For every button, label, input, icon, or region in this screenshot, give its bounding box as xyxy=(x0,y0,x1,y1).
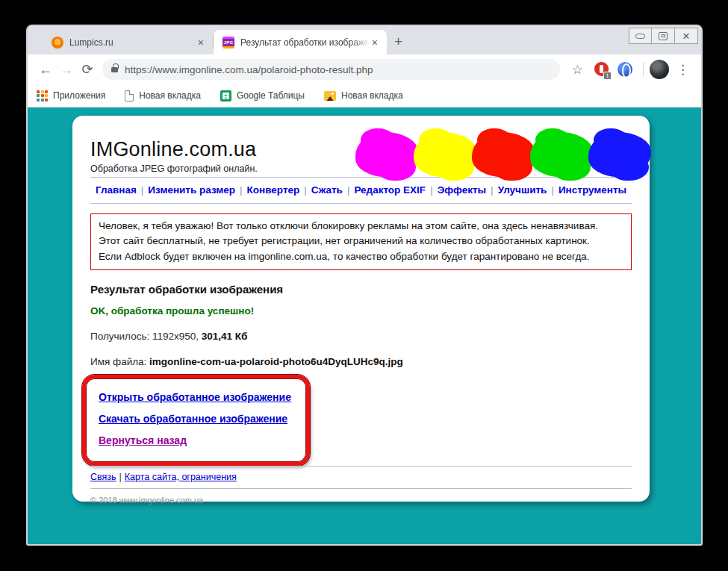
apps-grid-icon xyxy=(37,90,48,102)
nav-home[interactable]: Главная xyxy=(96,184,137,196)
site-branding: IMGonline.com.ua Обработка JPEG фотограф… xyxy=(90,129,258,174)
color-blobs xyxy=(360,132,651,177)
https-lock-icon xyxy=(111,67,118,72)
address-bar[interactable]: https://www.imgonline.com.ua/polaroid-ph… xyxy=(102,59,560,80)
sheets-icon xyxy=(220,90,231,102)
site-title: IMGonline.com.ua xyxy=(90,138,258,161)
minimize-icon xyxy=(635,34,645,39)
extension-adblock-button[interactable]: 1 xyxy=(593,61,609,78)
bookmark-label: Новая вкладка xyxy=(139,90,201,101)
blob-red xyxy=(472,132,535,177)
go-back-link[interactable]: Вернуться назад xyxy=(99,434,291,446)
maximize-icon xyxy=(659,32,668,40)
page-icon xyxy=(125,90,134,102)
image-icon xyxy=(324,91,336,101)
notice-line: Если Adblock будет включен на imgonline.… xyxy=(99,249,623,264)
toolbar: ← → ⟳ https://www.imgonline.com.ua/polar… xyxy=(28,54,701,84)
download-image-link[interactable]: Скачать обработанное изображение xyxy=(99,413,291,425)
tab-close-icon[interactable]: × xyxy=(196,37,205,49)
close-button[interactable]: ✕ xyxy=(675,28,698,44)
reload-button[interactable]: ⟳ xyxy=(77,59,98,80)
divider xyxy=(90,466,632,467)
filename-value: imgonline-com-ua-polaroid-photo6u4DyqLUH… xyxy=(149,356,403,367)
nav-tools[interactable]: Инструменты xyxy=(559,184,626,196)
bookmark-new-tab-1[interactable]: Новая вкладка xyxy=(125,90,201,102)
status-message: OK, обработка прошла успешно! xyxy=(90,305,632,316)
extension-badge: 1 xyxy=(603,72,612,80)
new-tab-button[interactable]: + xyxy=(387,34,411,54)
blob-green xyxy=(530,132,593,177)
profile-avatar[interactable] xyxy=(650,60,669,79)
copyright-text: © 2018 www.imgonline.com.ua xyxy=(90,496,632,505)
size-label: Получилось: 1192x950, xyxy=(90,331,199,342)
tab-title: Результат обработки изображе xyxy=(240,37,370,48)
page-viewport: IMGonline.com.ua Обработка JPEG фотограф… xyxy=(28,107,701,544)
divider xyxy=(90,203,632,204)
content-card: IMGonline.com.ua Обработка JPEG фотограф… xyxy=(72,116,650,502)
bookmark-label: Новая вкладка xyxy=(341,90,403,101)
adblock-notice: Человек, я тебя уважаю! Вот только отклю… xyxy=(90,213,632,270)
tab-imgonline-result[interactable]: JPG Результат обработки изображе × xyxy=(214,30,387,54)
tab-lumpics[interactable]: Lumpics.ru × xyxy=(43,30,213,54)
tabs: Lumpics.ru × JPG Результат обработки изо… xyxy=(28,26,701,54)
result-size-line: Получилось: 1192x950, 301,41 Кб xyxy=(90,331,632,342)
nav-improve[interactable]: Улучшить xyxy=(498,184,547,196)
lumpics-favicon-icon xyxy=(52,37,63,49)
notice-line: Человек, я тебя уважаю! Вот только отклю… xyxy=(99,219,623,234)
bookmark-label: Google Таблицы xyxy=(237,90,305,101)
window-controls: ✕ xyxy=(629,28,698,44)
bookmark-new-tab-2[interactable]: Новая вкладка xyxy=(324,90,403,101)
forward-button: → xyxy=(56,59,77,80)
site-subtitle: Обработка JPEG фотографий онлайн. xyxy=(90,163,258,174)
bookmark-google-sheets[interactable]: Google Таблицы xyxy=(220,90,305,102)
back-button[interactable]: ← xyxy=(35,59,56,80)
bookmarks-bar: Приложения Новая вкладка Google Таблицы … xyxy=(28,84,701,107)
browser-window: ✕ Lumpics.ru × JPG Результат обработки и… xyxy=(26,25,703,546)
tab-strip: ✕ Lumpics.ru × JPG Результат обработки и… xyxy=(28,26,701,54)
filename-label: Имя файла: xyxy=(90,356,146,367)
footer-links: Связь|Карта сайта, ограничения xyxy=(90,472,632,482)
bookmark-apps[interactable]: Приложения xyxy=(37,90,105,102)
divider xyxy=(90,488,632,489)
nav-effects[interactable]: Эффекты xyxy=(438,184,486,196)
maximize-button[interactable] xyxy=(652,28,675,44)
sitemap-link[interactable]: Карта сайта, ограничения xyxy=(125,472,237,482)
minimize-button[interactable] xyxy=(629,28,652,44)
result-filename-line: Имя файла: imgonline-com-ua-polaroid-pho… xyxy=(90,356,632,367)
notice-line: Этот сайт бесплатный, не требует регистр… xyxy=(99,234,623,249)
close-icon: ✕ xyxy=(682,31,691,41)
url-text[interactable]: https://www.imgonline.com.ua/polaroid-ph… xyxy=(125,64,373,75)
nav-exif-editor[interactable]: Редактор EXIF xyxy=(354,184,426,196)
nav-converter[interactable]: Конвертер xyxy=(247,184,300,196)
globe-icon xyxy=(617,62,632,77)
contact-link[interactable]: Связь xyxy=(90,472,116,482)
tab-title: Lumpics.ru xyxy=(69,37,196,48)
nav-resize[interactable]: Изменить размер xyxy=(148,184,235,196)
size-value: 301,41 Кб xyxy=(202,331,248,342)
blob-yellow xyxy=(414,132,476,177)
blob-magenta xyxy=(355,132,418,177)
toolbar-divider xyxy=(643,62,644,77)
site-header: IMGonline.com.ua Обработка JPEG фотограф… xyxy=(90,129,632,177)
jpg-favicon-icon: JPG xyxy=(223,37,234,49)
site-nav: Главная|Изменить размер|Конвертер|Сжать|… xyxy=(90,178,632,203)
blob-blue xyxy=(588,132,651,177)
tab-close-icon[interactable]: × xyxy=(370,37,379,49)
open-image-link[interactable]: Открыть обработанное изображение xyxy=(99,391,291,403)
extension-globe-button[interactable] xyxy=(617,61,633,78)
result-links-callout: Открыть обработанное изображение Скачать… xyxy=(82,375,310,466)
bookmark-star-button[interactable]: ☆ xyxy=(566,62,589,78)
browser-menu-button[interactable]: ⋮ xyxy=(669,62,694,78)
nav-compress[interactable]: Сжать xyxy=(311,184,343,196)
bookmark-label: Приложения xyxy=(53,90,105,101)
result-heading: Результат обработки изображения xyxy=(90,283,632,296)
